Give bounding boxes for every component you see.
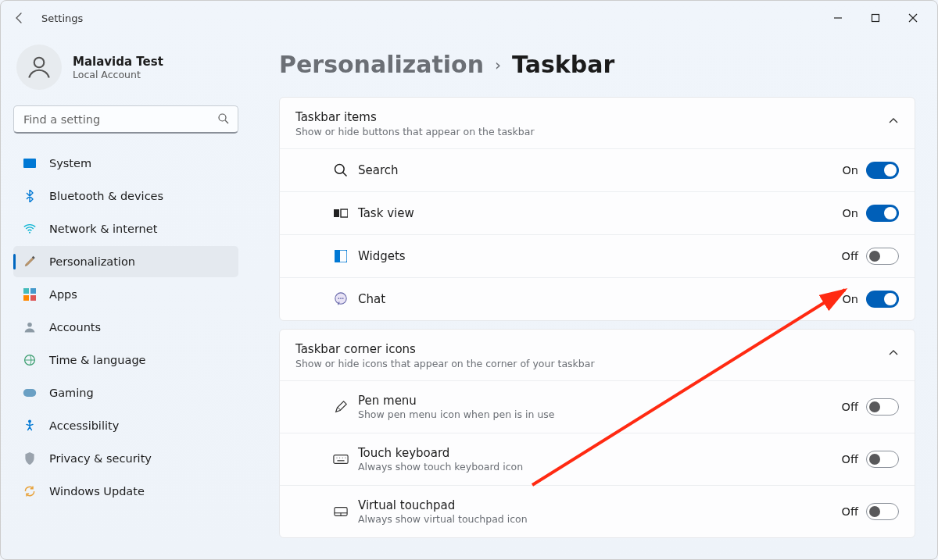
back-button[interactable]: [7, 5, 32, 30]
settings-window: Settings Malavida Test Local Account: [0, 0, 938, 560]
nav-list: System Bluetooth & devices Network & int…: [13, 148, 238, 507]
svg-rect-5: [23, 159, 36, 168]
sidebar-item-label: Gaming: [49, 387, 94, 399]
sidebar-item-network[interactable]: Network & internet: [13, 213, 238, 244]
svg-rect-9: [30, 288, 36, 294]
main-content: Personalization › Taskbar Taskbar items …: [251, 35, 937, 559]
maximize-button[interactable]: [857, 5, 893, 30]
sidebar-item-label: Personalization: [49, 255, 135, 268]
keyboard-icon: [324, 454, 358, 465]
toggle-pen-menu[interactable]: [866, 398, 899, 416]
user-account-type: Local Account: [73, 69, 163, 80]
user-name: Malavida Test: [73, 55, 163, 69]
svg-line-4: [225, 120, 228, 123]
toggle-widgets[interactable]: [866, 248, 899, 265]
svg-point-23: [338, 298, 339, 299]
toggle-task-view[interactable]: [866, 205, 899, 222]
sidebar-item-label: Accounts: [49, 321, 101, 334]
sidebar-item-accounts[interactable]: Accounts: [13, 312, 238, 343]
sidebar-item-label: Accessibility: [49, 419, 119, 432]
svg-rect-18: [334, 209, 339, 217]
svg-rect-10: [23, 295, 29, 301]
search-input[interactable]: [13, 105, 238, 134]
sidebar-item-label: Network & internet: [49, 223, 157, 235]
toggle-chat[interactable]: [866, 291, 899, 308]
svg-point-12: [27, 323, 32, 327]
svg-point-16: [335, 165, 345, 174]
wifi-icon: [23, 222, 37, 236]
row-label: Task view: [358, 206, 842, 220]
sidebar-item-apps[interactable]: Apps: [13, 279, 238, 310]
svg-rect-19: [341, 209, 348, 217]
row-label: Widgets: [358, 249, 842, 263]
bluetooth-icon: [23, 189, 37, 203]
section-title: Taskbar corner icons: [295, 342, 872, 356]
sidebar-item-label: Time & language: [49, 354, 146, 366]
svg-point-2: [34, 58, 45, 68]
user-account-row[interactable]: Malavida Test Local Account: [13, 40, 238, 105]
row-label: Virtual touchpad: [358, 498, 842, 512]
row-virtual-touchpad: Virtual touchpad Always show virtual tou…: [280, 485, 915, 537]
svg-rect-11: [30, 295, 36, 301]
row-sublabel: Always show touch keyboard icon: [358, 461, 842, 473]
chevron-right-icon: ›: [495, 55, 501, 74]
section-header[interactable]: Taskbar corner icons Show or hide icons …: [280, 330, 915, 380]
sidebar-item-gaming[interactable]: Gaming: [13, 377, 238, 408]
svg-line-17: [343, 173, 347, 177]
row-task-view: Task view On: [280, 191, 915, 234]
row-label: Search: [358, 163, 842, 177]
sidebar-item-system[interactable]: System: [13, 148, 238, 179]
pen-icon: [324, 400, 358, 414]
window-controls: [820, 5, 931, 30]
section-taskbar-corner-icons: Taskbar corner icons Show or hide icons …: [279, 329, 915, 538]
minimize-button[interactable]: [820, 5, 856, 30]
apps-icon: [23, 287, 37, 301]
sidebar-item-label: Privacy & security: [49, 452, 152, 465]
sidebar-item-label: Apps: [49, 288, 77, 301]
chevron-up-icon: [888, 347, 899, 362]
row-sublabel: Show pen menu icon when pen is in use: [358, 408, 842, 420]
sidebar-item-label: Bluetooth & devices: [49, 190, 163, 202]
section-title: Taskbar items: [295, 110, 872, 124]
toggle-state: Off: [842, 250, 858, 262]
svg-rect-14: [23, 389, 36, 397]
accessibility-icon: [23, 419, 37, 433]
svg-point-24: [340, 298, 342, 299]
svg-point-25: [342, 298, 344, 299]
breadcrumb-current: Taskbar: [512, 51, 614, 78]
svg-rect-21: [335, 250, 340, 262]
breadcrumb: Personalization › Taskbar: [279, 51, 915, 78]
toggle-virtual-touchpad[interactable]: [866, 503, 899, 520]
globe-clock-icon: [23, 353, 37, 367]
window-title: Settings: [41, 12, 83, 24]
sidebar-item-personalization[interactable]: Personalization: [13, 246, 238, 277]
system-icon: [23, 156, 37, 170]
toggle-state: On: [842, 293, 858, 305]
section-subtitle: Show or hide buttons that appear on the …: [295, 126, 872, 137]
row-sublabel: Always show virtual touchpad icon: [358, 513, 842, 525]
toggle-search[interactable]: [866, 162, 899, 179]
widgets-icon: [324, 250, 358, 262]
search-icon: [217, 112, 231, 129]
svg-rect-8: [23, 288, 29, 294]
sidebar-item-label: System: [49, 157, 91, 169]
gaming-icon: [23, 386, 37, 400]
svg-rect-1: [872, 15, 879, 22]
chevron-up-icon: [888, 115, 899, 130]
touchpad-icon: [324, 506, 358, 517]
chat-icon: [324, 292, 358, 306]
sidebar-item-label: Windows Update: [49, 485, 145, 498]
row-pen-menu: Pen menu Show pen menu icon when pen is …: [280, 380, 915, 433]
toggle-state: Off: [842, 401, 858, 413]
sidebar: Malavida Test Local Account System: [1, 35, 251, 559]
sidebar-item-update[interactable]: Windows Update: [13, 476, 238, 507]
sidebar-item-privacy[interactable]: Privacy & security: [13, 443, 238, 474]
sidebar-item-accessibility[interactable]: Accessibility: [13, 410, 238, 441]
toggle-state: Off: [842, 505, 858, 518]
section-header[interactable]: Taskbar items Show or hide buttons that …: [280, 98, 915, 148]
sidebar-item-time[interactable]: Time & language: [13, 344, 238, 376]
breadcrumb-parent[interactable]: Personalization: [279, 51, 484, 78]
toggle-touch-keyboard[interactable]: [866, 451, 899, 468]
close-button[interactable]: [895, 5, 931, 30]
sidebar-item-bluetooth[interactable]: Bluetooth & devices: [13, 180, 238, 212]
